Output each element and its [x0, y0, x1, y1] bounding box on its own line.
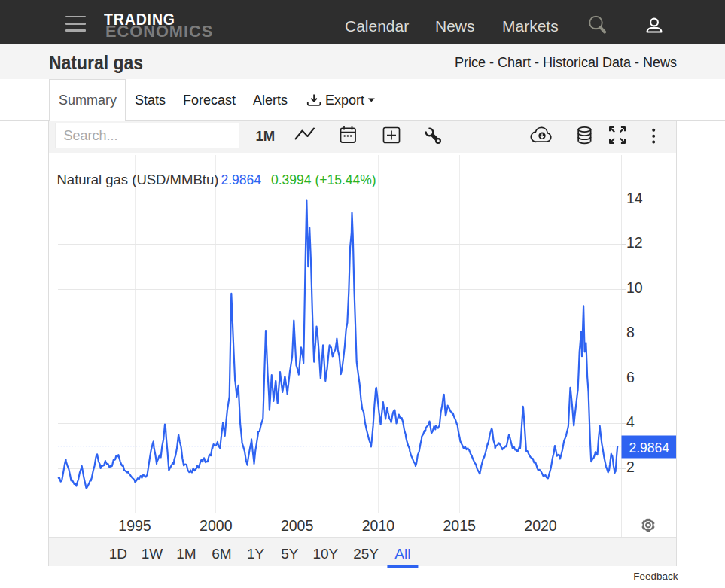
svg-text:2020: 2020: [524, 517, 557, 534]
svg-text:14: 14: [626, 190, 643, 206]
svg-text:2000: 2000: [200, 517, 233, 534]
svg-text:2.9864: 2.9864: [629, 440, 670, 455]
svg-text:4: 4: [626, 413, 635, 430]
svg-text:2015: 2015: [443, 517, 477, 534]
svg-text:2005: 2005: [281, 517, 314, 534]
svg-text:12: 12: [626, 234, 643, 251]
svg-text:6: 6: [626, 369, 635, 385]
svg-text:0.3994 (+15.44%): 0.3994 (+15.44%): [271, 172, 376, 187]
svg-text:2.9864: 2.9864: [221, 172, 262, 187]
svg-text:8: 8: [626, 324, 635, 340]
svg-text:Natural gas (USD/MMBtu): Natural gas (USD/MMBtu): [57, 172, 219, 187]
svg-text:2: 2: [626, 459, 635, 475]
svg-text:1995: 1995: [118, 517, 151, 534]
svg-text:10: 10: [626, 279, 643, 296]
svg-text:2010: 2010: [362, 517, 395, 534]
